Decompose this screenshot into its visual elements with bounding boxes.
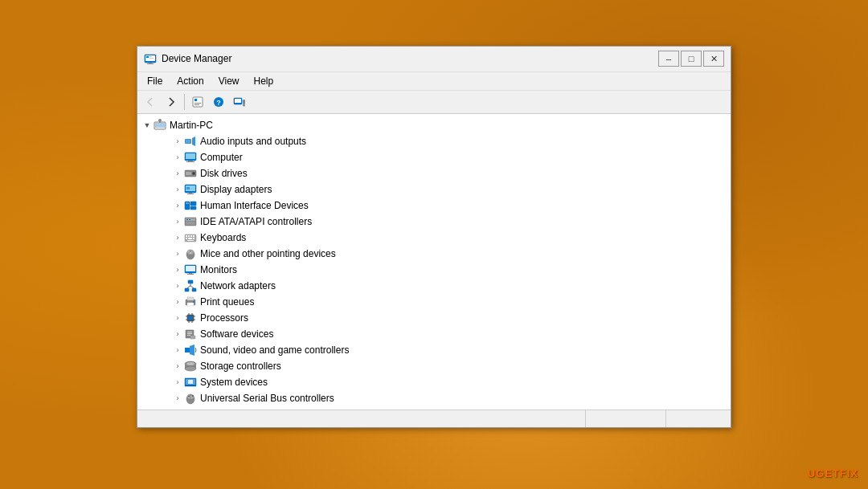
- svg-rect-53: [187, 240, 194, 241]
- svg-rect-2: [149, 63, 152, 63]
- svg-rect-64: [192, 288, 196, 291]
- list-item[interactable]: › Display adapters: [137, 181, 731, 198]
- list-item[interactable]: › Processors: [137, 310, 731, 326]
- svg-rect-44: [189, 219, 190, 220]
- menu-action[interactable]: Action: [170, 74, 210, 88]
- chevron-ide: ›: [171, 215, 184, 228]
- chevron-mice: ›: [171, 247, 184, 260]
- svg-rect-29: [186, 172, 191, 175]
- list-item[interactable]: › Sound, video and game controllers: [137, 342, 731, 358]
- list-item[interactable]: › IDE ATA/ATAPI controllers: [137, 214, 731, 230]
- forward-button[interactable]: [162, 93, 181, 111]
- svg-rect-63: [185, 288, 189, 291]
- window-title: Device Manager: [162, 53, 658, 64]
- svg-point-91: [186, 362, 194, 365]
- list-item[interactable]: › Keyboards: [137, 230, 731, 246]
- status-bar: [137, 410, 731, 427]
- audio-label: Audio inputs and outputs: [200, 136, 306, 147]
- svg-rect-38: [190, 206, 196, 210]
- svg-rect-94: [186, 385, 195, 386]
- svg-rect-95: [188, 380, 193, 384]
- chevron-processor: ›: [171, 312, 184, 324]
- menu-view[interactable]: View: [212, 74, 246, 88]
- close-button[interactable]: ✕: [703, 51, 724, 67]
- svg-rect-24: [186, 153, 195, 159]
- list-item[interactable]: › Audio inputs and outputs: [137, 133, 731, 149]
- svg-rect-49: [193, 235, 194, 237]
- sound-icon: [184, 344, 197, 357]
- software-icon: [184, 328, 197, 340]
- window-controls: – □ ✕: [658, 51, 724, 67]
- software-label: Software devices: [200, 328, 273, 340]
- svg-rect-8: [194, 99, 197, 101]
- monitors-icon: [184, 263, 197, 276]
- mice-icon: [184, 247, 197, 260]
- chevron-audio: ›: [171, 135, 184, 148]
- svg-rect-42: [186, 222, 195, 225]
- system-icon: [184, 376, 197, 389]
- svg-rect-20: [159, 121, 161, 123]
- svg-rect-87: [185, 348, 190, 352]
- svg-point-30: [193, 173, 194, 174]
- list-item[interactable]: › Disk drives: [137, 165, 731, 181]
- svg-rect-85: [187, 335, 190, 336]
- svg-rect-73: [188, 316, 193, 320]
- display-icon: [184, 183, 197, 196]
- svg-line-66: [187, 286, 191, 288]
- root-node[interactable]: ▼ Martin-PC: [137, 117, 731, 133]
- status-segment-2: [586, 410, 666, 427]
- audio-icon: [184, 135, 197, 148]
- help-button[interactable]: ?: [209, 93, 228, 111]
- svg-rect-101: [188, 396, 190, 397]
- chevron-network: ›: [171, 279, 184, 292]
- svg-point-90: [185, 366, 196, 371]
- back-button[interactable]: [141, 93, 160, 111]
- maximize-button[interactable]: □: [681, 51, 702, 67]
- watermark-suffix: GETFIX: [816, 467, 858, 479]
- list-item[interactable]: › Software devices: [137, 326, 731, 342]
- network-label: Network adapters: [200, 280, 276, 291]
- chevron-sound: ›: [171, 344, 184, 357]
- menu-help[interactable]: Help: [248, 74, 280, 88]
- svg-rect-4: [146, 56, 149, 58]
- svg-rect-18: [155, 123, 165, 128]
- svg-rect-51: [188, 238, 192, 239]
- list-item[interactable]: › Mice and other pointing devices: [137, 246, 731, 262]
- device-manager-window: Device Manager – □ ✕ File Action View He…: [137, 46, 731, 428]
- list-item[interactable]: › System devices: [137, 374, 731, 390]
- list-item[interactable]: › Monitors: [137, 262, 731, 278]
- svg-rect-52: [193, 238, 194, 239]
- list-item[interactable]: › Universal Serial Bus controllers: [137, 390, 731, 406]
- disk-label: Disk drives: [200, 168, 248, 179]
- list-item[interactable]: › Print queues: [137, 294, 731, 310]
- properties-button[interactable]: [188, 93, 207, 111]
- svg-text:?: ?: [216, 99, 221, 107]
- chevron-usb: ›: [171, 392, 184, 405]
- sound-label: Sound, video and game controllers: [200, 344, 349, 356]
- minimize-button[interactable]: –: [658, 51, 679, 67]
- disk-icon: [184, 167, 197, 180]
- list-item[interactable]: › Human Interface Devices: [137, 198, 731, 214]
- scan-button[interactable]: [230, 93, 249, 111]
- ide-label: IDE ATA/ATAPI controllers: [200, 216, 312, 227]
- network-icon: [184, 279, 197, 292]
- svg-rect-61: [187, 274, 194, 275]
- monitors-label: Monitors: [200, 264, 237, 275]
- svg-rect-33: [189, 193, 192, 194]
- svg-rect-50: [186, 238, 187, 239]
- tree-view: ▼ Martin-PC › Audio input: [137, 114, 731, 410]
- chevron-software: ›: [171, 328, 184, 340]
- svg-line-67: [190, 286, 194, 288]
- chevron-computer: ›: [171, 151, 184, 164]
- menu-file[interactable]: File: [141, 74, 169, 88]
- svg-rect-59: [186, 266, 195, 271]
- svg-point-102: [192, 395, 194, 397]
- list-item[interactable]: › Computer: [137, 149, 731, 165]
- chevron-print: ›: [171, 295, 184, 308]
- keyboard-icon: [184, 231, 197, 244]
- ide-icon: [184, 215, 197, 228]
- list-item[interactable]: › Network adapters: [137, 278, 731, 294]
- system-label: System devices: [200, 377, 268, 388]
- list-item[interactable]: › Storage controllers: [137, 358, 731, 374]
- svg-rect-14: [235, 99, 241, 103]
